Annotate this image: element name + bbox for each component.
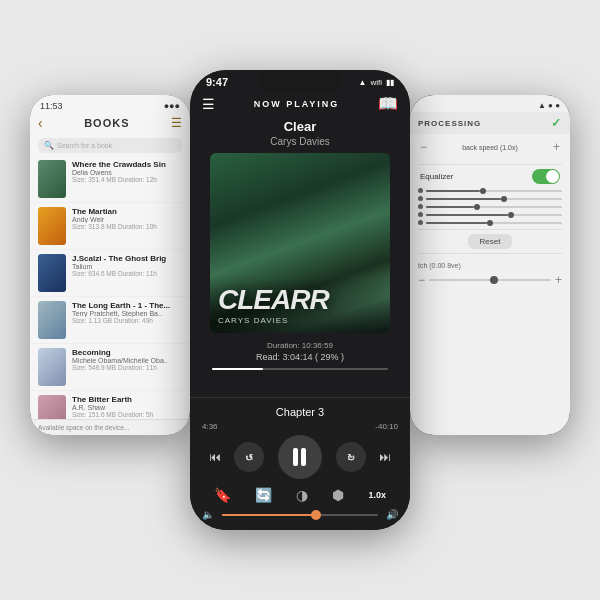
speed-label: back speed (1.0x) (462, 144, 518, 151)
eq-track[interactable] (426, 206, 562, 208)
book-title: The Bitter Earth (72, 395, 182, 404)
eq-track[interactable] (426, 198, 562, 200)
book-meta: Size: 351.4 MB Duration: 12h (72, 176, 182, 183)
center-nav: ☰ NOW PLAYING 📖 (190, 90, 410, 117)
signal-icon: ▲ (359, 78, 367, 87)
eq-track[interactable] (426, 222, 562, 224)
volume-fill (222, 514, 316, 516)
left-time: 11:53 (40, 101, 63, 111)
status-icons: ▲ wifi ▮▮ (359, 78, 394, 87)
pitch-minus-icon[interactable]: − (418, 273, 425, 287)
chapter-label: Chapter 3 (202, 406, 398, 418)
search-bar[interactable]: 🔍 Search for a book (38, 138, 182, 153)
book-title: Becoming (72, 348, 182, 357)
skip-forward-button[interactable]: ⏭ (379, 450, 391, 464)
eq-track[interactable] (426, 214, 562, 216)
pitch-slider[interactable] (429, 279, 551, 281)
scene: 11:53 ●●● ‹ BOOKS ☰ 🔍 Search for a book … (10, 15, 590, 585)
notch (260, 70, 340, 92)
moon-icon[interactable]: ◑ (296, 487, 308, 503)
eq-slider-row (418, 188, 562, 193)
left-header: ‹ BOOKS ☰ (30, 113, 190, 135)
album-art-overlay: CLEARR CARYS DAVIES (210, 276, 390, 333)
reset-button[interactable]: Reset (468, 234, 513, 249)
book-info: The Bitter Earth A.R. Shaw Size: 151.6 M… (72, 395, 182, 418)
right-status-icons: ▲ ● ● (538, 101, 560, 110)
equalizer-toggle-row: Equalizer (410, 169, 570, 184)
book-title: Where the Crawdads Sin (72, 160, 182, 169)
time-row: 4:36 -40:10 (202, 422, 398, 431)
pitch-label: tch (0.00 8ve) (418, 262, 461, 269)
search-placeholder: Search for a book (57, 142, 112, 149)
eq-dot (418, 196, 423, 201)
list-item[interactable]: Becoming Michele Obama/Michelle Oba.. Si… (30, 344, 190, 391)
pitch-slider-row: − + (410, 273, 570, 287)
book-display-author: Carys Davies (190, 136, 410, 147)
back-button[interactable]: ‹ (38, 115, 43, 131)
list-item[interactable]: The Long Earth - 1 - The... Terry Pratch… (30, 297, 190, 344)
speed-display[interactable]: 1.0x (368, 490, 386, 500)
menu-icon[interactable]: ☰ (171, 116, 182, 130)
book-author: Andy Weir (72, 216, 182, 223)
equalizer-label: Equalizer (420, 172, 453, 181)
eq-dot (418, 204, 423, 209)
progress-bar[interactable] (212, 368, 388, 370)
check-icon[interactable]: ✓ (551, 116, 562, 130)
eq-dot (418, 212, 423, 217)
book-meta: Size: 313.8 MB Duration: 10h (72, 223, 182, 230)
skip-back-button[interactable]: ⏮ (209, 450, 221, 464)
speed-plus-button[interactable]: + (553, 140, 560, 154)
bookmark-icon[interactable]: 🔖 (214, 487, 231, 503)
play-pause-button[interactable] (278, 435, 322, 479)
repeat-icon[interactable]: 🔄 (255, 487, 272, 503)
book-cover (38, 207, 66, 245)
airplay-icon[interactable]: ⬢ (332, 487, 344, 503)
pitch-plus-icon[interactable]: + (555, 273, 562, 287)
forward-seconds: 15 (347, 455, 354, 461)
list-item[interactable]: The Martian Andy Weir Size: 313.8 MB Dur… (30, 203, 190, 250)
book-display-title: Clear (190, 119, 410, 134)
volume-row: 🔈 🔊 (202, 509, 398, 520)
list-item[interactable]: Where the Crawdads Sin Delia Owens Size:… (30, 156, 190, 203)
rewind-seconds: 15 (246, 455, 253, 461)
book-title: J.Scalzi - The Ghost Brig (72, 254, 182, 263)
book-info: J.Scalzi - The Ghost Brig Talium Size: 6… (72, 254, 182, 277)
read-info: Read: 3:04:14 ( 29% ) (190, 352, 410, 362)
volume-slider[interactable] (222, 514, 378, 516)
wifi-icon: wifi (370, 78, 382, 87)
equalizer-toggle[interactable] (532, 169, 560, 184)
volume-low-icon: 🔈 (202, 509, 214, 520)
speed-minus-button[interactable]: − (420, 140, 427, 154)
book-list: Where the Crawdads Sin Delia Owens Size:… (30, 156, 190, 435)
eq-dot (418, 220, 423, 225)
hamburger-menu-icon[interactable]: ☰ (202, 96, 215, 112)
time-remaining: -40:10 (375, 422, 398, 431)
book-author: Talium (72, 263, 182, 270)
eq-slider-row (418, 220, 562, 225)
right-status-bar: ▲ ● ● (410, 95, 570, 112)
search-icon: 🔍 (44, 141, 54, 150)
book-title: The Martian (72, 207, 182, 216)
footer-text: Available space on the device... (38, 424, 129, 431)
left-footer: Available space on the device... (30, 419, 190, 435)
book-cover (38, 254, 66, 292)
volume-thumb (311, 510, 321, 520)
now-playing-label: NOW PLAYING (254, 99, 340, 109)
forward-15-button[interactable]: ↻15 (336, 442, 366, 472)
list-item[interactable]: J.Scalzi - The Ghost Brig Talium Size: 6… (30, 250, 190, 297)
time-elapsed: 4:36 (202, 422, 218, 431)
book-author: Michele Obama/Michelle Oba.. (72, 357, 182, 364)
eq-track[interactable] (426, 190, 562, 192)
right-title-bar: PROCESSING ✓ (410, 112, 570, 134)
library-icon[interactable]: 📖 (378, 94, 398, 113)
right-speed-section: − back speed (1.0x) + (410, 134, 570, 160)
right-phone: ▲ ● ● PROCESSING ✓ − back speed (1.0x) +… (410, 95, 570, 435)
book-cover (38, 348, 66, 386)
left-phone: 11:53 ●●● ‹ BOOKS ☰ 🔍 Search for a book … (30, 95, 190, 435)
duration-info: Duration: 10:36:59 (190, 341, 410, 350)
eq-sliders (410, 188, 570, 225)
controls-row: ⏮ ↺15 ↻15 ⏭ (202, 435, 398, 479)
right-title: PROCESSING (418, 119, 481, 128)
rewind-15-button[interactable]: ↺15 (234, 442, 264, 472)
book-meta: Size: 1.13 GB Duration: 49h (72, 317, 182, 324)
